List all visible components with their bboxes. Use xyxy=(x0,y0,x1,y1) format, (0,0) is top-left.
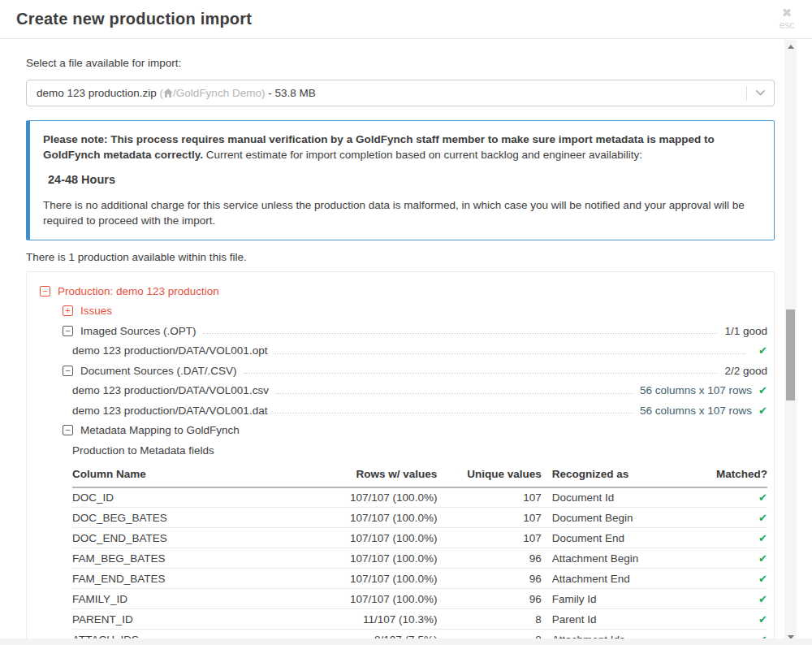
cell-recognized-as: Document End xyxy=(542,528,688,548)
tree-row-status: 2/2 good xyxy=(724,365,767,377)
modal-header: Create new production import ✖ esc xyxy=(0,0,812,39)
modal-body: Select a file available for import: demo… xyxy=(0,39,812,645)
cell-unique-values: 8 xyxy=(437,609,541,630)
cell-column-name: FAM_BEG_BATES xyxy=(72,548,309,569)
cell-rows-with-values: 107/107 (100.0%) xyxy=(309,528,437,548)
cell-matched-check-icon: ✔ xyxy=(688,487,767,508)
note-estimate: 24-48 Hours xyxy=(48,172,761,188)
file-location-path: /GoldFynch Demo) xyxy=(173,87,265,99)
file-size: - 53.8 MB xyxy=(265,87,315,99)
tree-row[interactable]: −Metadata Mapping to GoldFynch xyxy=(40,421,767,441)
tree-row-label: Production: demo 123 production xyxy=(58,285,219,297)
tree-row[interactable]: −Production: demo 123 production xyxy=(40,281,767,301)
chevron-down-icon[interactable] xyxy=(747,90,774,96)
production-tree: −Production: demo 123 production+Issues−… xyxy=(40,281,767,461)
dotted-leader xyxy=(274,413,633,413)
cell-column-name: FAM_END_BATES xyxy=(72,569,309,589)
collapse-toggle-icon[interactable]: − xyxy=(40,286,50,297)
check-icon: ✔ xyxy=(758,344,767,357)
check-icon: ✔ xyxy=(758,405,767,417)
cell-matched-check-icon: ✔ xyxy=(688,609,767,630)
cell-matched-check-icon: ✔ xyxy=(688,548,767,569)
dotted-leader xyxy=(275,393,633,394)
tree-row-status: 56 columns x 107 rows xyxy=(640,384,752,396)
tree-row-label: Document Sources (.DAT/.CSV) xyxy=(80,365,237,377)
production-tree-panel: −Production: demo 123 production+Issues−… xyxy=(26,271,775,645)
scrollbar[interactable] xyxy=(784,40,797,644)
cell-matched-check-icon: ✔ xyxy=(688,528,767,548)
table-row: FAMILY_ID107/107 (100.0%)96Family Id✔ xyxy=(72,589,767,609)
tree-row-label: demo 123 production/DATA/VOL001.opt xyxy=(72,344,267,357)
close-esc-label: esc xyxy=(773,19,801,31)
cell-matched-check-icon: ✔ xyxy=(688,589,767,609)
modal-bottom-edge xyxy=(0,639,812,645)
collapse-toggle-icon[interactable]: − xyxy=(63,326,73,336)
tree-row[interactable]: −Document Sources (.DAT/.CSV)2/2 good xyxy=(40,361,767,381)
cell-rows-with-values: 107/107 (100.0%) xyxy=(309,548,437,569)
cell-recognized-as: Attachment End xyxy=(542,569,688,589)
table-row: DOC_ID107/107 (100.0%)107Document Id✔ xyxy=(72,487,767,508)
column-header: Rows w/ values xyxy=(309,464,437,487)
note-paragraph: Please note: This process requires manua… xyxy=(43,132,761,162)
collapse-toggle-icon[interactable]: − xyxy=(63,366,73,376)
cell-recognized-as: Attachment Begin xyxy=(542,548,688,569)
collapse-toggle-icon[interactable]: − xyxy=(63,425,73,435)
cell-column-name: DOC_BEG_BATES xyxy=(72,508,309,528)
tree-row-status: 56 columns x 107 rows xyxy=(640,405,752,417)
file-select-label: Select a file available for import: xyxy=(26,57,775,69)
cell-recognized-as: Parent Id xyxy=(542,609,688,630)
expand-toggle-icon[interactable]: + xyxy=(63,305,73,316)
tree-row-status: 1/1 good xyxy=(724,325,767,337)
file-select-value: demo 123 production.zip (/GoldFynch Demo… xyxy=(37,87,746,100)
cell-recognized-as: Document Begin xyxy=(542,508,688,528)
dotted-leader xyxy=(244,373,719,374)
column-header: Matched? xyxy=(688,464,767,487)
tree-row-label: Production to Metadata fields xyxy=(72,444,214,457)
note-regular-text: Current estimate for import completion b… xyxy=(203,149,642,161)
tree-row: Production to Metadata fields xyxy=(40,440,767,461)
table-row: FAM_BEG_BATES107/107 (100.0%)96Attachmen… xyxy=(72,548,767,569)
tree-row: demo 123 production/DATA/VOL001.csv56 co… xyxy=(40,381,767,401)
cell-unique-values: 96 xyxy=(437,548,541,569)
metadata-mapping-table: Column NameRows w/ valuesUnique valuesRe… xyxy=(72,464,767,645)
table-row: PARENT_ID11/107 (10.3%)8Parent Id✔ xyxy=(72,609,767,630)
availability-text: There is 1 production available within t… xyxy=(26,251,775,263)
cell-unique-values: 96 xyxy=(437,589,541,609)
column-header: Recognized as xyxy=(542,464,688,487)
tree-row-label: Issues xyxy=(80,305,112,317)
scrollbar-thumb[interactable] xyxy=(786,310,795,400)
tree-row: demo 123 production/DATA/VOL001.dat56 co… xyxy=(40,400,767,421)
table-row: FAM_END_BATES107/107 (100.0%)96Attachmen… xyxy=(72,569,767,589)
tree-row[interactable]: +Issues xyxy=(40,301,767,322)
cell-matched-check-icon: ✔ xyxy=(688,569,767,589)
cell-unique-values: 107 xyxy=(437,487,541,508)
file-select-dropdown[interactable]: demo 123 production.zip (/GoldFynch Demo… xyxy=(26,80,775,106)
tree-row-label: demo 123 production/DATA/VOL001.dat xyxy=(72,405,267,417)
cell-rows-with-values: 107/107 (100.0%) xyxy=(309,487,437,508)
tree-row[interactable]: −Imaged Sources (.OPT)1/1 good xyxy=(40,321,767,341)
tree-row-label: Imaged Sources (.OPT) xyxy=(80,325,197,337)
cell-unique-values: 96 xyxy=(437,569,541,589)
close-icon[interactable]: ✖ xyxy=(773,6,801,19)
note-box: Please note: This process requires manua… xyxy=(26,120,775,240)
cell-rows-with-values: 107/107 (100.0%) xyxy=(309,589,437,609)
cell-unique-values: 107 xyxy=(437,508,541,528)
cell-rows-with-values: 11/107 (10.3%) xyxy=(309,609,437,630)
scrollbar-up-arrow[interactable] xyxy=(784,41,797,53)
tree-row: demo 123 production/DATA/VOL001.opt✔ xyxy=(40,341,767,361)
column-header: Column Name xyxy=(72,464,309,487)
table-row: DOC_BEG_BATES107/107 (100.0%)107Document… xyxy=(72,508,767,528)
cell-matched-check-icon: ✔ xyxy=(688,508,767,528)
close-button[interactable]: ✖ esc xyxy=(773,6,801,31)
cell-column-name: PARENT_ID xyxy=(72,609,309,630)
check-icon: ✔ xyxy=(758,384,767,396)
cell-rows-with-values: 107/107 (100.0%) xyxy=(309,569,437,589)
cell-rows-with-values: 107/107 (100.0%) xyxy=(309,508,437,528)
cell-recognized-as: Document Id xyxy=(542,487,688,508)
home-icon xyxy=(163,88,173,100)
table-header-row: Column NameRows w/ valuesUnique valuesRe… xyxy=(72,464,767,487)
table-row: DOC_END_BATES107/107 (100.0%)107Document… xyxy=(72,528,767,548)
cell-recognized-as: Family Id xyxy=(542,589,688,609)
column-header: Unique values xyxy=(437,464,541,487)
cell-unique-values: 107 xyxy=(437,528,541,548)
